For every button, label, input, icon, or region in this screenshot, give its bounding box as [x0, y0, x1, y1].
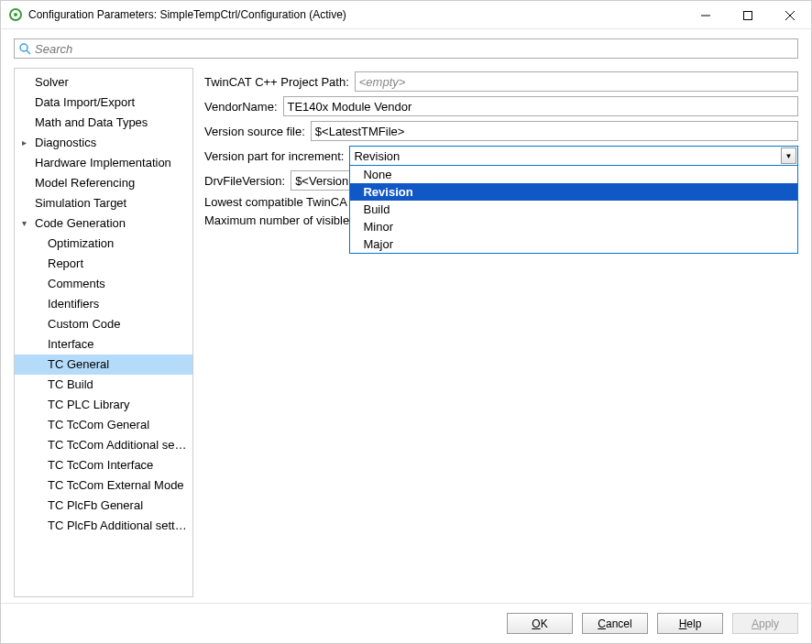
dropdown-option[interactable]: Minor [350, 218, 797, 235]
field-drv-file-version[interactable]: $<Version [291, 170, 351, 191]
tree-item[interactable]: Simulation Target [15, 193, 192, 213]
tree-item[interactable]: TC General [15, 355, 192, 375]
label-project-path: TwinCAT C++ Project Path: [204, 75, 349, 89]
cancel-button[interactable]: Cancel [582, 613, 648, 634]
tree-item[interactable]: TC TcCom General [15, 415, 192, 435]
dropdown-version-part[interactable]: NoneRevisionBuildMinorMajor [349, 165, 798, 254]
select-value: Revision [354, 149, 400, 163]
dropdown-option[interactable]: Revision [350, 183, 797, 201]
tree-item[interactable]: Comments [15, 274, 192, 294]
tree-item[interactable]: Diagnostics [15, 133, 192, 153]
tree-item[interactable]: Custom Code [15, 314, 192, 334]
tree-item[interactable]: Code Generation [15, 213, 192, 234]
close-button[interactable] [769, 1, 811, 29]
dropdown-option[interactable]: Major [350, 235, 797, 253]
svg-point-1 [14, 13, 17, 16]
tree-item[interactable]: Data Import/Export [15, 93, 192, 113]
chevron-down-icon[interactable]: ▼ [781, 147, 796, 164]
row-version-part: Version part for increment: Revision ▼ N… [204, 146, 798, 166]
label-max-visible: Maximum number of visible [204, 213, 349, 227]
label-version-source: Version source file: [204, 125, 305, 138]
tree-item[interactable]: Math and Data Types [15, 113, 192, 133]
row-vendor-name: VendorName: TE140x Module Vendor [204, 96, 798, 116]
tree-item[interactable]: Solver [15, 72, 192, 93]
svg-rect-3 [744, 11, 752, 19]
tree-item[interactable]: Identifiers [15, 294, 192, 314]
search-row [1, 29, 811, 62]
search-icon [18, 42, 31, 55]
svg-point-6 [20, 44, 27, 51]
tree-item[interactable]: Optimization [15, 234, 192, 254]
title-bar: Configuration Parameters: SimpleTempCtrl… [1, 1, 811, 29]
apply-button[interactable]: Apply [732, 613, 798, 634]
app-icon [8, 7, 23, 22]
label-vendor-name: VendorName: [204, 100, 278, 114]
tree-item[interactable]: TC PlcFb Additional settings [15, 516, 192, 536]
help-button[interactable]: Help [657, 613, 723, 634]
field-version-source[interactable]: $<LatestTMFile> [311, 121, 798, 141]
row-version-source: Version source file: $<LatestTMFile> [204, 121, 798, 141]
tree-item[interactable]: Report [15, 254, 192, 274]
dropdown-option[interactable]: Build [350, 201, 797, 218]
ok-button[interactable]: OK [507, 613, 573, 634]
maximize-button[interactable] [727, 1, 769, 29]
tree-item[interactable]: TC TcCom External Mode [15, 475, 192, 496]
dropdown-option[interactable]: None [350, 166, 797, 183]
tree-item[interactable]: TC TcCom Additional setti... [15, 435, 192, 455]
search-box[interactable] [14, 38, 798, 59]
label-version-part: Version part for increment: [204, 149, 344, 163]
field-vendor-name[interactable]: TE140x Module Vendor [283, 96, 799, 116]
label-drv-file-version: DrvFileVersion: [204, 174, 285, 188]
content-pane: TwinCAT C++ Project Path: <empty> Vendor… [204, 68, 798, 597]
tree-item[interactable]: Interface [15, 334, 192, 355]
tree-item[interactable]: Hardware Implementation [15, 153, 192, 173]
row-project-path: TwinCAT C++ Project Path: <empty> [204, 71, 798, 92]
svg-line-7 [27, 50, 30, 54]
tree-item[interactable]: TC PLC Library [15, 395, 192, 415]
tree-item[interactable]: TC PlcFb General [15, 496, 192, 516]
tree-item[interactable]: Model Referencing [15, 173, 192, 193]
tree-item[interactable]: TC TcCom Interface [15, 455, 192, 475]
sidebar-tree[interactable]: SolverData Import/ExportMath and Data Ty… [14, 68, 193, 597]
search-input[interactable] [35, 42, 794, 56]
window-title: Configuration Parameters: SimpleTempCtrl… [28, 8, 685, 21]
minimize-button[interactable] [685, 1, 727, 29]
tree-item[interactable]: TC Build [15, 375, 192, 395]
label-lowest-compat: Lowest compatible TwinCA [204, 195, 347, 209]
field-project-path[interactable]: <empty> [355, 71, 798, 92]
footer: OK Cancel Help Apply [1, 603, 811, 643]
select-version-part[interactable]: Revision ▼ NoneRevisionBuildMinorMajor [349, 146, 798, 166]
